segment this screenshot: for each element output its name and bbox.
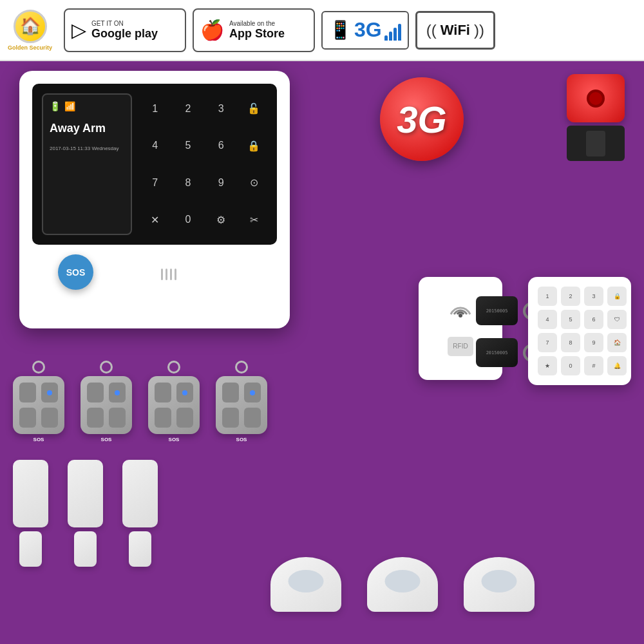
pir-body-1 <box>270 557 341 612</box>
kr-3[interactable]: 3 <box>584 287 603 306</box>
siren-base <box>567 126 625 161</box>
remote-btn-1c[interactable] <box>19 408 36 428</box>
3g-badge-text: 3G <box>397 98 446 141</box>
siren-center <box>587 90 605 108</box>
remote-sos-2: SOS <box>101 437 112 442</box>
screen-datetime: 2017-03-15 11:33 Wednesday <box>50 146 124 151</box>
keypad-5[interactable]: 5 <box>175 131 201 162</box>
remote-btn-3a[interactable] <box>155 383 171 402</box>
kr-8[interactable]: 8 <box>561 333 580 352</box>
kr-lock[interactable]: 🔒 <box>607 287 627 306</box>
kr-9[interactable]: 9 <box>584 333 603 352</box>
remote-btn-3d[interactable] <box>176 408 193 428</box>
kr-bell[interactable]: 🔔 <box>607 356 627 375</box>
brand-name: Golden Security <box>8 44 52 51</box>
remote-btn-3c[interactable] <box>155 408 171 428</box>
kr-hash[interactable]: # <box>584 356 603 375</box>
pir-sensors-row <box>270 557 535 612</box>
kr-1[interactable]: 1 <box>538 287 557 306</box>
top-bar: 🏠 Golden Security ▷ GET IT ON Google pla… <box>0 0 644 61</box>
keypad-clear[interactable]: ✕ <box>142 205 168 236</box>
wifi-label: WiFi <box>440 22 470 39</box>
wifi-right-wave: )) <box>474 21 484 39</box>
pir-lens-2 <box>385 570 421 592</box>
remote-fob-4: SOS <box>216 361 267 442</box>
svg-point-0 <box>459 314 462 317</box>
remote-btn-4b[interactable] <box>244 383 261 402</box>
remote-sos-1: SOS <box>33 437 44 442</box>
kr-7[interactable]: 7 <box>538 333 557 352</box>
door-magnet-3 <box>129 531 151 567</box>
remote-btn-2b[interactable] <box>109 383 126 402</box>
keypad-2[interactable]: 2 <box>175 93 201 124</box>
remote-btn-1d[interactable] <box>41 408 58 428</box>
screen-away-arm: Away Arm <box>50 121 124 136</box>
app-store-main: App Store <box>229 27 285 41</box>
remote-btn-2d[interactable] <box>109 408 126 428</box>
rfid-card-symbol: RFID <box>448 337 473 356</box>
remote-btn-1b[interactable] <box>41 383 58 402</box>
sim-3g-badge: 📱 3G <box>321 11 409 50</box>
remote-btn-4c[interactable] <box>222 408 239 428</box>
remote-btn-2a[interactable] <box>87 383 104 402</box>
keypad-lock[interactable]: 🔒 <box>241 131 267 162</box>
pir-lens-1 <box>289 570 324 592</box>
remote-btn-2c[interactable] <box>87 408 104 428</box>
keypad-7[interactable]: 7 <box>142 167 168 198</box>
pir-sensor-1 <box>270 557 341 612</box>
app-store-badge[interactable]: 🍎 Available on the App Store <box>193 8 315 52</box>
keypad-lock-open[interactable]: 🔓 <box>241 93 267 124</box>
kr-5[interactable]: 5 <box>561 310 580 329</box>
wifi-badge: (( WiFi )) <box>415 11 495 50</box>
screen-status-bar: 🔋 📶 <box>50 101 124 111</box>
pir-body-2 <box>367 557 438 612</box>
3g-signal: 3G <box>354 18 401 42</box>
door-sensor-3 <box>122 460 158 567</box>
app-store-sub: Available on the <box>229 20 285 27</box>
keypad-1[interactable]: 1 <box>142 93 168 124</box>
door-main-1 <box>13 460 48 527</box>
remote-body-3 <box>148 376 200 434</box>
kr-6[interactable]: 6 <box>584 310 603 329</box>
app-store-text: Available on the App Store <box>229 20 285 41</box>
remote-sos-4: SOS <box>236 437 247 442</box>
pir-sensor-2 <box>367 557 438 612</box>
keypad-home[interactable]: ⊙ <box>241 167 267 198</box>
rfid-card-2: 20150005 <box>476 338 518 367</box>
remote-fob-2: SOS <box>80 361 132 442</box>
remote-fob-1: SOS <box>13 361 64 442</box>
house-icon: 🏠 <box>14 10 47 43</box>
remote-btn-3b[interactable] <box>176 383 193 402</box>
panel-screen: 🔋 📶 Away Arm 2017-03-15 11:33 Wednesday … <box>32 84 277 245</box>
siren-top <box>567 74 625 122</box>
remote-sos-3: SOS <box>169 437 180 442</box>
kr-home[interactable]: 🏠 <box>607 333 627 352</box>
keypad-4[interactable]: 4 <box>142 131 168 162</box>
remote-btn-4a[interactable] <box>222 383 239 402</box>
keypad-9[interactable]: 9 <box>208 167 234 198</box>
remote-btn-4d[interactable] <box>244 408 261 428</box>
kr-2[interactable]: 2 <box>561 287 580 306</box>
keypad-0[interactable]: 0 <box>175 205 201 236</box>
sos-button[interactable]: SOS <box>58 254 93 290</box>
kr-4[interactable]: 4 <box>538 310 557 329</box>
keypad-remote: 1 2 3 🔒 4 5 6 🛡 7 8 9 🏠 ★ 0 # 🔔 <box>528 277 631 385</box>
remote-fob-3: SOS <box>148 361 200 442</box>
kr-0[interactable]: 0 <box>561 356 580 375</box>
keypad-6[interactable]: 6 <box>208 131 234 162</box>
door-magnet-1 <box>19 531 42 567</box>
remote-btn-1a[interactable] <box>19 383 36 402</box>
remote-lanyard-3 <box>167 361 180 374</box>
remote-body-2 <box>80 376 132 434</box>
remote-body-1 <box>13 376 64 434</box>
remote-body-4 <box>216 376 267 434</box>
google-play-badge[interactable]: ▷ GET IT ON Google play <box>64 8 186 52</box>
keypad-8[interactable]: 8 <box>175 167 201 198</box>
kr-star[interactable]: ★ <box>538 356 557 375</box>
keypad-3[interactable]: 3 <box>208 93 234 124</box>
keypad-scissors[interactable]: ✂ <box>241 205 267 236</box>
rfid-card-1: 20150005 <box>476 296 518 325</box>
keypad-remote-grid: 1 2 3 🔒 4 5 6 🛡 7 8 9 🏠 ★ 0 # 🔔 <box>538 287 621 375</box>
kr-shield[interactable]: 🛡 <box>607 310 627 329</box>
keypad-settings[interactable]: ⚙ <box>208 205 234 236</box>
